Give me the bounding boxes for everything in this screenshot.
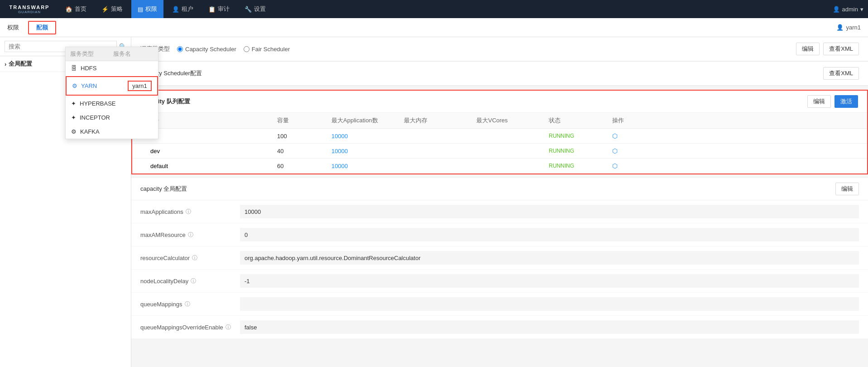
quota-tab[interactable]: 配额 [28, 21, 56, 34]
service-yarn[interactable]: ⚙ YARN yarn1 [66, 76, 158, 96]
service-kafka[interactable]: ⚙ KAFKA [66, 125, 158, 139]
tenant-icon: 👤 [172, 6, 179, 13]
service-type-dropdown: 服务类型 服务名 🗄 HDFS ⚙ YARN yarn1 ✦ HYPERBASE… [65, 47, 158, 139]
logo-main: TRANSWARP [10, 5, 50, 10]
fair-scheduler-radio[interactable]: Fair Scheduler [244, 46, 290, 53]
global-config-edit-btn[interactable]: 编辑 [835, 183, 859, 195]
nav-audit[interactable]: 📋 审计 [202, 0, 236, 18]
capacity-scheduler-config-header: capacity Scheduler配置 查看XML [131, 62, 868, 86]
capacity-scheduler-radio[interactable]: Capacity Scheduler [177, 46, 236, 53]
node-locality-delay-value: -1 [240, 274, 859, 288]
instance-user-icon: 👤 [836, 24, 844, 31]
fair-radio-input[interactable] [244, 46, 249, 52]
hyperbase-label: HYPERBASE [80, 100, 115, 107]
admin-avatar-icon: 👤 [833, 6, 840, 13]
nav-audit-label: 审计 [218, 5, 230, 13]
foot-action-icon[interactable]: ⬡ [612, 132, 858, 140]
queue-edit-btn[interactable]: 编辑 [807, 95, 831, 108]
queue-mappings-override-info-icon[interactable]: ⓘ [225, 324, 231, 331]
queue-btn-group: 编辑 激活 [807, 95, 858, 108]
default-capacity: 60 [277, 163, 331, 169]
dev-max-app[interactable]: 10000 [331, 148, 404, 155]
nav-tenant-label: 租户 [182, 5, 193, 13]
service-type-header: 服务类型 服务名 [66, 47, 158, 61]
nav-permissions[interactable]: ▤ 权限 [131, 0, 163, 18]
col-status: 状态 [549, 116, 612, 125]
foot-max-app[interactable]: 10000 [331, 133, 404, 140]
service-hyperbase[interactable]: ✦ HYPERBASE [66, 97, 158, 111]
capacity-radio-input[interactable] [177, 46, 183, 52]
queue-activate-btn[interactable]: 激活 [834, 95, 858, 108]
hdfs-label: HDFS [81, 65, 96, 72]
default-max-app[interactable]: 10000 [331, 163, 404, 169]
admin-menu[interactable]: 👤 admin ▾ [833, 6, 863, 13]
kafka-label: KAFKA [80, 128, 100, 135]
logo-sub: GUARDIAN [18, 10, 41, 14]
resource-calculator-info-icon[interactable]: ⓘ [192, 254, 197, 262]
col-action: 操作 [612, 116, 858, 125]
default-label: default [150, 163, 168, 169]
max-applications-value: 10000 [240, 205, 859, 218]
dev-action-icon[interactable]: ⬡ [612, 147, 858, 155]
col-queue: Queue [141, 116, 277, 125]
nav-home-label: 首页 [75, 5, 86, 13]
config-row-max-applications: maxApplications ⓘ 10000 [131, 200, 868, 223]
node-locality-delay-info-icon[interactable]: ⓘ [191, 277, 196, 285]
sidebar-global-label: 全局配置 [9, 60, 32, 68]
max-am-resource-info-icon[interactable]: ⓘ [188, 231, 193, 239]
nav-items: 🏠 首页 ⚡ 策略 ▤ 权限 👤 租户 📋 审计 🔧 设置 [59, 0, 833, 18]
scheduler-edit-btn[interactable]: 编辑 [796, 43, 820, 55]
kafka-icon: ⚙ [71, 128, 77, 135]
capacity-scheduler-view-xml-btn[interactable]: 查看XML [823, 67, 859, 80]
node-locality-delay-label: nodeLocalityDelay ⓘ [140, 277, 240, 285]
queue-section: capacity 队列配置 编辑 激活 Queue 容量 最大Applicati… [131, 90, 868, 174]
global-config-title: capacity 全局配置 [140, 185, 187, 193]
foot-status: RUNNING [549, 133, 612, 139]
table-row: dev 40 10000 RUNNING ⬡ [132, 144, 867, 159]
queue-mappings-override-value: false [240, 320, 859, 334]
nav-strategy-label: 策略 [111, 5, 123, 13]
nav-strategy[interactable]: ⚡ 策略 [95, 0, 129, 18]
nav-settings[interactable]: 🔧 设置 [238, 0, 272, 18]
queue-mappings-value [240, 297, 859, 311]
table-row: default 60 10000 RUNNING ⬡ [132, 159, 867, 174]
col-max-mem: 最大内存 [404, 116, 476, 125]
config-row-node-locality-delay: nodeLocalityDelay ⓘ -1 [131, 270, 868, 293]
resource-calculator-label: resourceCalculator ⓘ [140, 254, 240, 262]
admin-chevron-icon: ▾ [860, 6, 863, 13]
config-row-resource-calculator: resourceCalculator ⓘ org.apache.hadoop.y… [131, 246, 868, 270]
queue-dev-name: dev [141, 148, 277, 155]
queue-mappings-info-icon[interactable]: ⓘ [185, 300, 190, 308]
top-nav: TRANSWARP GUARDIAN 🏠 首页 ⚡ 策略 ▤ 权限 👤 租户 📋… [0, 0, 868, 18]
inceptor-icon: ✦ [71, 114, 76, 121]
capacity-scheduler-config-block: capacity Scheduler配置 查看XML [131, 62, 868, 86]
home-icon: 🏠 [65, 6, 72, 13]
nav-home[interactable]: 🏠 首页 [59, 0, 93, 18]
scheduler-type-block: 调度器类型 Capacity Scheduler Fair Scheduler [131, 37, 868, 62]
instance-right-label: yarn1 [846, 24, 861, 31]
sub-nav: 权限 配额 服务类型 服务名 🗄 HDFS ⚙ YARN yarn1 ✦ HYP… [0, 18, 868, 37]
nav-settings-label: 设置 [254, 5, 266, 13]
service-hdfs[interactable]: 🗄 HDFS [66, 61, 158, 75]
strategy-icon: ⚡ [101, 6, 109, 13]
col-capacity: 容量 [277, 116, 331, 125]
audit-icon: 📋 [208, 6, 216, 13]
instance-right: 👤 yarn1 [836, 24, 861, 31]
nav-tenant[interactable]: 👤 租户 [166, 0, 200, 18]
service-inceptor[interactable]: ✦ INCEPTOR [66, 111, 158, 125]
radio-group: Capacity Scheduler Fair Scheduler [177, 46, 290, 53]
max-applications-info-icon[interactable]: ⓘ [186, 208, 191, 216]
default-status: RUNNING [549, 163, 612, 169]
queue-default-name: default [141, 163, 277, 169]
fair-scheduler-label: Fair Scheduler [252, 46, 290, 53]
max-am-resource-value: 0 [240, 228, 859, 241]
resource-calculator-value: org.apache.hadoop.yarn.util.resource.Dom… [240, 251, 859, 265]
logo: TRANSWARP GUARDIAN [5, 5, 54, 14]
global-config-header: capacity 全局配置 编辑 [131, 178, 868, 200]
queue-mappings-override-label: queueMappingsOverrideEnable ⓘ [140, 324, 240, 331]
default-action-icon[interactable]: ⬡ [612, 162, 858, 169]
scheduler-view-xml-btn[interactable]: 查看XML [823, 43, 859, 55]
content-area: 调度器类型 Capacity Scheduler Fair Scheduler [131, 37, 868, 367]
permissions-icon: ▤ [138, 6, 143, 13]
scheduler-type-row: 调度器类型 Capacity Scheduler Fair Scheduler [140, 45, 290, 53]
